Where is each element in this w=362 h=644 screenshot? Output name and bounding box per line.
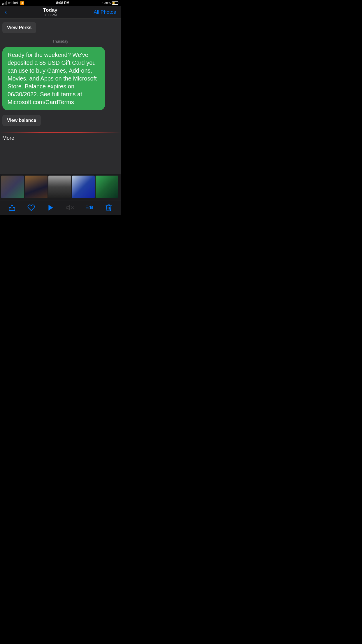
edit-label: Edit	[85, 205, 94, 210]
nav-title: Today	[43, 7, 57, 13]
red-line-separator	[0, 132, 121, 133]
day-separator: Thursday	[0, 39, 121, 43]
nav-bar: ‹ Today 8:08 PM All Photos	[0, 6, 121, 19]
edit-button[interactable]: Edit	[83, 201, 96, 214]
nav-title-block: Today 8:08 PM	[43, 7, 57, 17]
carrier-label: cricket	[8, 1, 18, 5]
view-perks-button[interactable]: View Perks	[2, 22, 36, 33]
status-time: 8:08 PM	[56, 1, 69, 5]
bottom-toolbar: Edit	[0, 200, 121, 215]
photo-thumb-2[interactable]	[25, 176, 48, 198]
all-photos-button[interactable]: All Photos	[94, 9, 116, 15]
play-button[interactable]	[44, 201, 57, 214]
more-label: More	[0, 133, 121, 141]
battery-percent: 38%	[104, 1, 111, 5]
signal-icon	[2, 1, 7, 5]
share-icon	[8, 204, 16, 211]
heart-icon	[27, 204, 35, 211]
favorite-button[interactable]	[25, 201, 38, 214]
svg-marker-0	[48, 205, 53, 211]
delete-button[interactable]	[102, 201, 115, 214]
svg-marker-1	[67, 205, 70, 210]
status-left: cricket 📶	[2, 1, 24, 5]
photo-thumb-4[interactable]	[72, 176, 95, 198]
main-content: View Perks Thursday Ready for the weeken…	[0, 19, 121, 174]
mute-button[interactable]	[64, 201, 76, 214]
share-button[interactable]	[6, 201, 18, 214]
wifi-icon: 📶	[20, 1, 24, 5]
status-bar: cricket 📶 8:08 PM ‣ 38%	[0, 0, 121, 6]
content-scroll: View Perks Thursday Ready for the weeken…	[0, 19, 121, 174]
mute-icon	[66, 204, 74, 211]
photo-thumb-1[interactable]	[1, 176, 24, 198]
message-bubble: Ready for the weekend? We've deposited a…	[2, 47, 105, 110]
nav-subtitle: 8:08 PM	[43, 13, 57, 17]
status-right: ‣ 38%	[101, 1, 118, 5]
trash-icon	[105, 204, 113, 211]
photo-thumb-5[interactable]	[96, 176, 118, 198]
back-button[interactable]: ‹	[5, 8, 7, 16]
view-balance-button[interactable]: View balance	[2, 115, 41, 126]
photo-strip[interactable]	[0, 174, 121, 200]
photo-thumb-3[interactable]	[48, 176, 71, 198]
battery-icon	[112, 1, 118, 5]
play-icon	[47, 204, 55, 211]
location-icon: ‣	[101, 1, 103, 5]
